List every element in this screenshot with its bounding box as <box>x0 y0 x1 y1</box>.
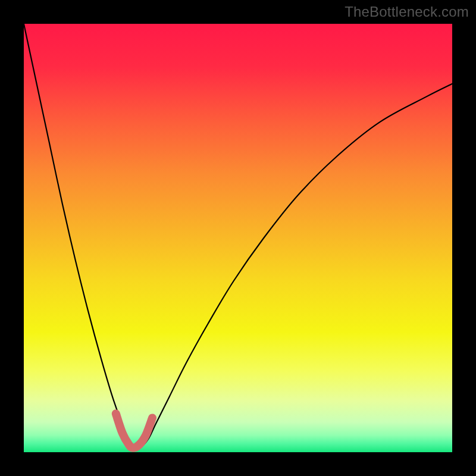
bottleneck-curve-svg <box>24 24 452 452</box>
bottleneck-curve <box>24 24 452 449</box>
chart-frame: TheBottleneck.com <box>0 0 476 476</box>
watermark: TheBottleneck.com <box>345 4 469 20</box>
plot-area <box>24 24 452 452</box>
bottom-highlight <box>116 414 152 448</box>
